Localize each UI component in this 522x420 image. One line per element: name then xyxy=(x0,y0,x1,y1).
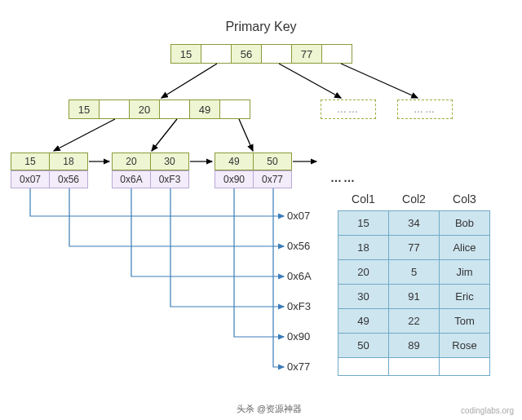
leaf-pointer: 0xF3 xyxy=(150,170,189,188)
leaf-pointer: 0x07 xyxy=(11,170,50,188)
table-cell: Rose xyxy=(440,334,490,358)
pointer-label: 0x6A xyxy=(287,270,312,282)
table-cell: 49 xyxy=(338,309,389,334)
btree-placeholder-node: …… xyxy=(321,99,376,119)
table-header: Col3 xyxy=(440,188,490,211)
table-cell: Jim xyxy=(440,260,490,285)
table-cell: 5 xyxy=(389,260,440,285)
table-cell: 34 xyxy=(389,211,440,236)
table-cell: Bob xyxy=(440,211,490,236)
btree-leaf-node: 15 18 0x07 0x56 xyxy=(11,153,88,188)
leaf-key: 20 xyxy=(112,153,151,170)
table-cell: 50 xyxy=(338,334,389,358)
table-cell: 22 xyxy=(389,309,440,334)
table-row: 5089Rose xyxy=(338,334,490,358)
table-row: 3091Eric xyxy=(338,285,490,309)
table-cell: Eric xyxy=(440,285,490,309)
svg-line-3 xyxy=(54,119,115,151)
btree-root-node: 15 56 77 xyxy=(170,44,352,64)
btree-leaf-node: 20 30 0x6A 0xF3 xyxy=(112,153,189,188)
mid-ptr-slot xyxy=(159,99,190,119)
diagram-title: Primary Key xyxy=(0,20,522,34)
mid-key: 15 xyxy=(69,99,100,119)
table-cell: 89 xyxy=(389,334,440,358)
root-ptr-slot xyxy=(321,44,352,64)
table-row: 1877Alice xyxy=(338,236,490,260)
root-ptr-slot xyxy=(201,44,232,64)
leaf-key: 49 xyxy=(215,153,254,170)
table-cell: 20 xyxy=(338,260,389,285)
leaf-key: 30 xyxy=(150,153,189,170)
root-ptr-slot xyxy=(261,44,292,64)
root-key: 15 xyxy=(170,44,201,64)
mid-ptr-slot xyxy=(219,99,250,119)
table-cell: 18 xyxy=(338,236,389,260)
svg-line-2 xyxy=(341,64,418,98)
leaf-pointer: 0x6A xyxy=(112,170,151,188)
pointer-label: 0x90 xyxy=(287,330,310,343)
leaf-pointer: 0x56 xyxy=(49,170,88,188)
leaf-pointer: 0x90 xyxy=(215,170,254,188)
table-row: 4922Tom xyxy=(338,309,490,334)
table-header: Col1 xyxy=(338,188,389,211)
leaf-pointer: 0x77 xyxy=(253,170,292,188)
table-cell: 15 xyxy=(338,211,389,236)
table-header: Col2 xyxy=(389,188,440,211)
leaf-key: 50 xyxy=(253,153,292,170)
btree-mid-node: 15 20 49 xyxy=(69,99,250,119)
table-cell: 91 xyxy=(389,285,440,309)
table-row: 1534Bob xyxy=(338,211,490,236)
btree-placeholder-node: …… xyxy=(397,99,453,119)
root-key: 77 xyxy=(291,44,322,64)
svg-line-1 xyxy=(279,64,341,98)
svg-line-5 xyxy=(239,119,253,151)
watermark-source: codinglabs.org xyxy=(461,406,514,415)
root-key: 56 xyxy=(231,44,262,64)
data-table: Col1 Col2 Col3 1534Bob 1877Alice 205Jim … xyxy=(338,188,490,376)
mid-key: 49 xyxy=(189,99,220,119)
pointer-label: 0x77 xyxy=(287,360,310,373)
table-cell: Alice xyxy=(440,236,490,260)
leaf-key: 18 xyxy=(49,153,88,170)
table-cell: 30 xyxy=(338,285,389,309)
svg-line-4 xyxy=(152,119,177,151)
watermark-text: 头杀 @资源神器 xyxy=(237,403,302,415)
leaf-ellipsis: …… xyxy=(330,171,356,184)
pointer-label: 0x56 xyxy=(287,240,310,252)
table-cell: 77 xyxy=(389,236,440,260)
mid-ptr-slot xyxy=(99,99,130,119)
pointer-label: 0x07 xyxy=(287,210,310,222)
table-cell: Tom xyxy=(440,309,490,334)
leaf-key: 15 xyxy=(11,153,50,170)
table-row-blank xyxy=(338,358,490,376)
btree-leaf-node: 49 50 0x90 0x77 xyxy=(215,153,292,188)
svg-line-0 xyxy=(161,64,217,98)
pointer-label: 0xF3 xyxy=(287,300,311,312)
table-row: 205Jim xyxy=(338,260,490,285)
mid-key: 20 xyxy=(129,99,160,119)
